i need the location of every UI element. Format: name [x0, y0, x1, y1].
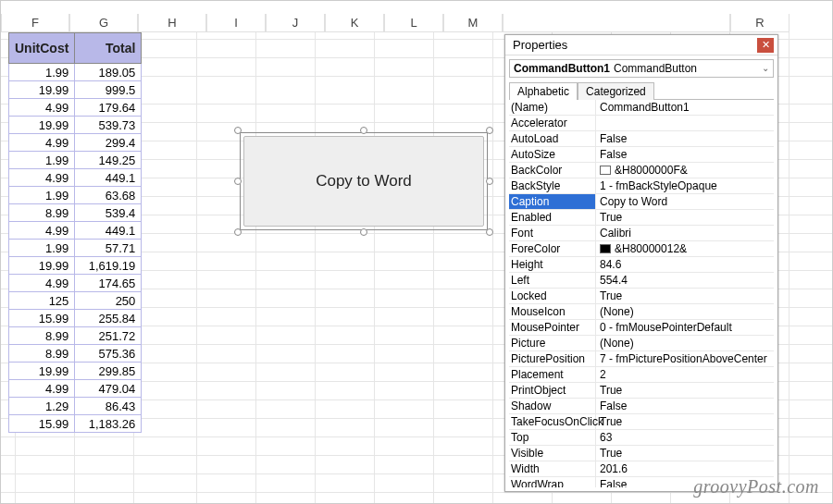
property-row[interactable]: BackColor&H8000000F&: [509, 163, 774, 178]
resize-handle-mr[interactable]: [486, 178, 493, 185]
table-row[interactable]: 15.991,183.26: [9, 415, 142, 433]
property-row[interactable]: AutoSizeFalse: [509, 147, 774, 163]
cell-total[interactable]: 539.73: [75, 117, 142, 134]
table-row[interactable]: 19.99539.73: [9, 117, 142, 134]
table-row[interactable]: 4.99179.64: [9, 99, 142, 117]
resize-handle-br[interactable]: [486, 228, 493, 236]
table-row[interactable]: 1.9957.71: [9, 240, 142, 257]
cell-total[interactable]: 539.4: [75, 204, 142, 222]
property-row[interactable]: ForeColor&H80000012&: [509, 241, 774, 257]
cell-total[interactable]: 251.72: [75, 327, 142, 345]
property-value[interactable]: 84.6: [596, 257, 774, 272]
cell-unitcost[interactable]: 19.99: [9, 81, 75, 99]
cell-unitcost[interactable]: 125: [9, 292, 75, 310]
table-row[interactable]: 15.99255.84: [9, 310, 142, 327]
property-row[interactable]: VisibleTrue: [509, 446, 774, 461]
property-row[interactable]: CaptionCopy to Word: [509, 194, 774, 210]
property-row[interactable]: EnabledTrue: [509, 210, 774, 226]
command-button[interactable]: Copy to Word: [243, 136, 484, 227]
cell-total[interactable]: 63.68: [75, 187, 142, 204]
cell-total[interactable]: 999.5: [75, 81, 142, 99]
table-row[interactable]: 8.99575.36: [9, 345, 142, 363]
cell-total[interactable]: 449.1: [75, 169, 142, 187]
property-value[interactable]: True: [596, 289, 774, 303]
col-header-H[interactable]: H: [138, 14, 206, 32]
cell-unitcost[interactable]: 1.99: [9, 152, 75, 169]
table-row[interactable]: 4.99479.04: [9, 380, 142, 398]
col-header-I[interactable]: I: [206, 14, 266, 32]
cell-total[interactable]: 179.64: [75, 99, 142, 117]
cell-unitcost[interactable]: 1.99: [9, 240, 75, 257]
col-header-J[interactable]: J: [266, 14, 325, 32]
property-row[interactable]: MousePointer0 - fmMousePointerDefault: [509, 320, 774, 336]
property-row[interactable]: (Name)CommandButton1: [509, 100, 774, 116]
col-header-K[interactable]: K: [325, 14, 384, 32]
property-value[interactable]: Copy to Word: [596, 194, 774, 209]
cell-total[interactable]: 1,619.19: [75, 257, 142, 275]
cell-total[interactable]: 479.04: [75, 380, 142, 398]
col-header-R[interactable]: R: [730, 14, 789, 32]
resize-handle-bm[interactable]: [360, 228, 367, 236]
resize-handle-tr[interactable]: [486, 127, 493, 134]
col-header-M[interactable]: M: [443, 14, 503, 32]
cell-unitcost[interactable]: 19.99: [9, 117, 75, 134]
property-row[interactable]: TakeFocusOnClickTrue: [509, 414, 774, 430]
property-row[interactable]: PicturePosition7 - fmPicturePositionAbov…: [509, 351, 774, 367]
property-row[interactable]: Placement2: [509, 367, 774, 383]
object-selector[interactable]: CommandButton1 CommandButton ⌄: [509, 59, 774, 78]
tab-categorized[interactable]: Categorized: [578, 82, 654, 100]
cell-unitcost[interactable]: 19.99: [9, 257, 75, 275]
tab-alphabetic[interactable]: Alphabetic: [509, 82, 578, 100]
property-value[interactable]: CommandButton1: [596, 100, 774, 115]
table-row[interactable]: 4.99174.65: [9, 275, 142, 292]
table-row[interactable]: 8.99539.4: [9, 204, 142, 222]
cell-unitcost[interactable]: 4.99: [9, 169, 75, 187]
col-header-N-hidden[interactable]: [503, 14, 730, 32]
table-row[interactable]: 19.99299.85: [9, 363, 142, 380]
property-row[interactable]: BackStyle1 - fmBackStyleOpaque: [509, 178, 774, 194]
properties-titlebar[interactable]: Properties ✕: [505, 35, 777, 55]
table-row[interactable]: 1.9963.68: [9, 187, 142, 204]
property-row[interactable]: FontCalibri: [509, 226, 774, 241]
cell-unitcost[interactable]: 4.99: [9, 99, 75, 117]
property-value[interactable]: False: [596, 147, 774, 162]
property-row[interactable]: PrintObjectTrue: [509, 383, 774, 399]
property-value[interactable]: &H8000000F&: [596, 163, 774, 178]
resize-handle-tl[interactable]: [234, 127, 242, 134]
cell-total[interactable]: 255.84: [75, 310, 142, 327]
resize-handle-bl[interactable]: [234, 228, 242, 236]
property-value[interactable]: 7 - fmPicturePositionAboveCenter: [596, 351, 774, 366]
cell-total[interactable]: 449.1: [75, 222, 142, 240]
table-row[interactable]: 19.99999.5: [9, 81, 142, 99]
table-row[interactable]: 4.99299.4: [9, 134, 142, 152]
property-value[interactable]: True: [596, 446, 774, 461]
property-value[interactable]: 1 - fmBackStyleOpaque: [596, 178, 774, 193]
property-value[interactable]: 2: [596, 367, 774, 382]
close-icon[interactable]: ✕: [757, 38, 774, 53]
property-row[interactable]: Width201.6: [509, 461, 774, 477]
cell-unitcost[interactable]: 4.99: [9, 275, 75, 292]
table-row[interactable]: 8.99251.72: [9, 327, 142, 345]
cell-unitcost[interactable]: 4.99: [9, 380, 75, 398]
cell-unitcost[interactable]: 19.99: [9, 363, 75, 380]
cell-unitcost[interactable]: 15.99: [9, 415, 75, 433]
properties-grid[interactable]: (Name)CommandButton1AcceleratorAutoLoadF…: [509, 99, 774, 487]
property-value[interactable]: [596, 116, 774, 130]
property-value[interactable]: &H80000012&: [596, 241, 774, 256]
property-row[interactable]: LockedTrue: [509, 289, 774, 304]
property-row[interactable]: MouseIcon(None): [509, 304, 774, 320]
cell-total[interactable]: 86.43: [75, 398, 142, 415]
table-row[interactable]: 4.99449.1: [9, 169, 142, 187]
col-header-F[interactable]: F: [1, 14, 69, 32]
cell-unitcost[interactable]: 1.29: [9, 398, 75, 415]
cell-unitcost[interactable]: 4.99: [9, 222, 75, 240]
cell-unitcost[interactable]: 1.99: [9, 64, 75, 81]
col-header-G[interactable]: G: [69, 14, 138, 32]
cell-unitcost[interactable]: 15.99: [9, 310, 75, 327]
cell-total[interactable]: 149.25: [75, 152, 142, 169]
property-value[interactable]: Calibri: [596, 226, 774, 240]
property-row[interactable]: Accelerator: [509, 116, 774, 131]
table-row[interactable]: 1.2986.43: [9, 398, 142, 415]
cell-unitcost[interactable]: 4.99: [9, 134, 75, 152]
cell-unitcost[interactable]: 8.99: [9, 345, 75, 363]
